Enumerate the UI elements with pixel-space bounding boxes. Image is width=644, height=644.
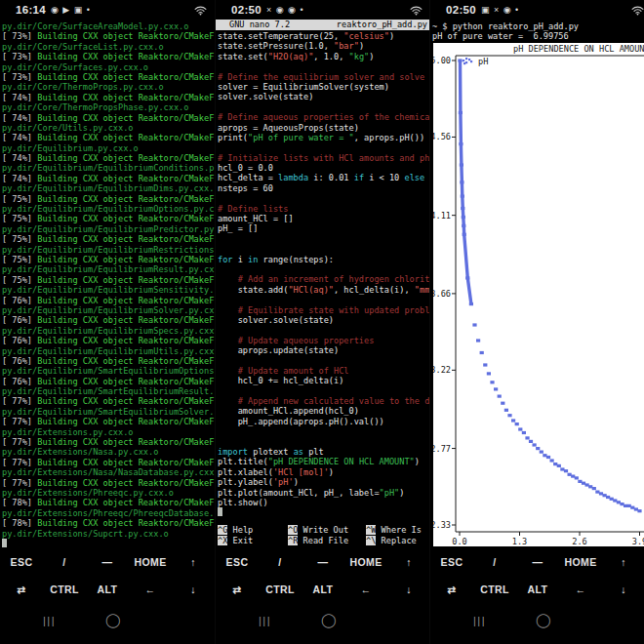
extra-key-alt[interactable]: ALT <box>516 584 559 595</box>
android-navbar: ||| ◯ <box>0 603 215 644</box>
extra-key-ctrl[interactable]: CTRL <box>259 584 302 595</box>
extra-key-sym[interactable]: ← <box>344 584 387 595</box>
terminal-line: py.dir/Equilibrium.py.cxx.o <box>2 143 215 153</box>
nano-shortcut[interactable]: ^X Exit <box>218 536 288 546</box>
extra-key-home[interactable]: HOME <box>344 556 387 568</box>
nano-title-bar: GNU nano 7.2 reaktoro_pH_add.py <box>216 20 430 30</box>
build-log: py.dir/Core/SurfaceAreaModel.py.cxx.o[ 7… <box>2 21 215 548</box>
shell-prompt-line: ~ $ python reaktoro_pH_add.py <box>432 21 644 31</box>
status-bar: 16:14 ◉ ▶ ▣ • <box>0 0 215 20</box>
terminal-line: py.dir/Extensions/Supcrt.py.cxx.o <box>2 529 215 539</box>
terminal-line: [ 76%] Building CXX object Reaktoro/CMak… <box>2 336 215 345</box>
extra-key-sym[interactable]: — <box>516 556 559 568</box>
extra-key-esc[interactable]: ESC <box>216 556 259 568</box>
build-log-terminal[interactable]: py.dir/Core/SurfaceAreaModel.py.cxx.o[ 7… <box>2 20 215 548</box>
terminal-line: # Append new calculated value to the d <box>218 396 430 406</box>
extra-key-sym[interactable]: ⇄ <box>0 584 43 595</box>
terminal-line: solver.solve(state) <box>218 315 430 325</box>
terminal-line: plt.title("pH DEPENDENCE ON HCL AMOUNT") <box>218 457 430 466</box>
terminal-line: [ 75%] Building CXX object Reaktoro/CMak… <box>2 255 215 264</box>
recents-button[interactable]: ||| <box>473 615 486 626</box>
nano-shortcut[interactable]: ^R Read File <box>288 536 366 546</box>
extra-key-sym[interactable]: / <box>473 556 516 568</box>
extra-key-alt[interactable]: ALT <box>302 584 344 595</box>
terminal-line: # Define lists <box>218 204 430 214</box>
terminal-line: pH_.append(aprops.pH().val()) <box>218 417 430 426</box>
terminal-line: py.dir/Equilibrium/EquilibriumResult.py.… <box>2 264 215 274</box>
terminal-line: py.dir/Equilibrium/EquilibriumSensitivit… <box>2 285 215 295</box>
output-terminal[interactable]: ~ $ python reaktoro_pH_add.py pH of pure… <box>432 20 644 42</box>
terminal-line: [ 77%] Building CXX object Reaktoro/CMak… <box>2 478 215 488</box>
extra-key-sym[interactable]: ← <box>129 584 172 595</box>
extra-key-sym[interactable]: ↓ <box>387 584 430 595</box>
extra-key-alt[interactable]: ALT <box>86 584 129 595</box>
terminal-line <box>218 426 430 436</box>
nano-shortcut[interactable]: ^\ Replace <box>366 536 430 546</box>
extra-key-home[interactable]: HOME <box>559 556 602 568</box>
nano-shortcut[interactable]: ^O Write Out <box>288 525 366 536</box>
extra-key-sym[interactable]: — <box>86 556 129 568</box>
notification-icons: ▣ × ◉ • <box>481 5 519 15</box>
wifi-icon <box>194 5 207 16</box>
terminal-line: solver = EquilibriumSolver(system) <box>218 82 430 92</box>
extra-key-esc[interactable]: ESC <box>0 556 43 568</box>
terminal-line: state.set("H2O(aq)", 1.0, "kg") <box>218 52 430 61</box>
terminal-line: py.dir/Equilibrium/SmartEquilibriumResul… <box>2 386 215 396</box>
extra-key-sym[interactable]: / <box>43 556 86 568</box>
recents-button[interactable]: ||| <box>43 615 56 626</box>
terminal-line: [ 78%] Building CXX object Reaktoro/CMak… <box>2 518 215 528</box>
terminal-line: py.dir/Equilibrium/EquilibriumDims.py.cx… <box>2 183 215 193</box>
status-time: 02:50 <box>231 4 262 16</box>
extra-key-sym[interactable]: ↑ <box>602 556 644 568</box>
terminal-line <box>218 234 430 244</box>
extra-key-ctrl[interactable]: CTRL <box>43 584 86 595</box>
terminal-line: aprops.update(state) <box>218 345 430 355</box>
terminal-line: [ 77%] Building CXX object Reaktoro/CMak… <box>2 417 215 426</box>
extra-key-sym[interactable]: ↑ <box>172 556 215 568</box>
terminal-line <box>218 507 430 517</box>
extra-key-esc[interactable]: ESC <box>430 556 473 568</box>
extra-key-home[interactable]: HOME <box>129 556 172 568</box>
terminal-line: [ 74%] Building CXX object Reaktoro/CMak… <box>2 174 215 183</box>
terminal-line: # Initialize lists with HCl amounts and … <box>218 153 430 163</box>
extra-key-sym[interactable]: ↓ <box>172 584 215 595</box>
svg-text:pH DEPENDENCE ON HCL AMOUNT: pH DEPENDENCE ON HCL AMOUNT <box>513 44 644 54</box>
recents-button[interactable]: ||| <box>259 615 271 626</box>
extra-key-ctrl[interactable]: CTRL <box>473 584 516 595</box>
home-button[interactable]: ◯ <box>105 612 121 627</box>
ph-vs-hcl-chart: pH DEPENDENCE ON HCL AMOUNT5.004.564.113… <box>433 43 644 546</box>
triple-termux-screenshot: 16:14 ◉ ▶ ▣ • py.dir/Core/SurfaceAreaMod… <box>0 0 644 644</box>
extra-key-sym[interactable]: ⇄ <box>430 584 473 595</box>
extra-key-sym[interactable]: / <box>259 556 302 568</box>
terminal-line: py.dir/Extensions/Phreeqc.py.cxx.o <box>2 488 215 498</box>
terminal-line: [ 77%] Building CXX object Reaktoro/CMak… <box>2 437 215 447</box>
terminal-line: [ 74%] Building CXX object Reaktoro/CMak… <box>2 133 215 142</box>
terminal-line: # Define aqueous properties of the chemi… <box>218 112 430 122</box>
terminal-line: py.dir/Equilibrium/EquilibriumSolver.py.… <box>2 305 215 315</box>
svg-text:4.11: 4.11 <box>433 211 451 221</box>
terminal-line <box>2 539 215 548</box>
terminal-line: plt.show() <box>218 498 430 507</box>
home-button[interactable]: ◯ <box>536 612 551 627</box>
svg-text:3.66: 3.66 <box>433 289 451 299</box>
terminal-line: py.dir/Equilibrium/SmartEquilibriumSolve… <box>2 407 215 417</box>
android-navbar: ||| ◯ <box>216 603 430 644</box>
terminal-line: # Define the equilibrium solver and solv… <box>218 72 430 82</box>
terminal-line: nsteps = 60 <box>218 183 430 193</box>
home-button[interactable]: ◯ <box>321 612 337 627</box>
terminal-line: state.setTemperature(25, "celsius") <box>218 31 430 41</box>
extra-key-sym[interactable]: ← <box>559 584 602 595</box>
extra-key-sym[interactable]: ↑ <box>387 556 430 568</box>
android-navbar: ||| ◯ <box>430 603 644 644</box>
terminal-line: # Add an increment of hydrogen chlorit <box>218 274 430 284</box>
terminal-line: amount_HCl = [] <box>218 214 430 223</box>
terminal-line <box>218 102 430 112</box>
nano-edit-area[interactable]: state.setTemperature(25, "celsius")state… <box>218 31 430 518</box>
extra-key-sym[interactable]: ↓ <box>602 584 644 595</box>
nano-shortcut[interactable]: ^G Help <box>218 525 288 536</box>
terminal-line: hcl_0 = 0.0 <box>218 163 430 173</box>
extra-key-sym[interactable]: ⇄ <box>216 584 259 595</box>
nano-shortcut[interactable]: ^W Where Is <box>366 525 430 536</box>
extra-key-sym[interactable]: — <box>302 556 344 568</box>
svg-text:1.3: 1.3 <box>512 537 528 546</box>
